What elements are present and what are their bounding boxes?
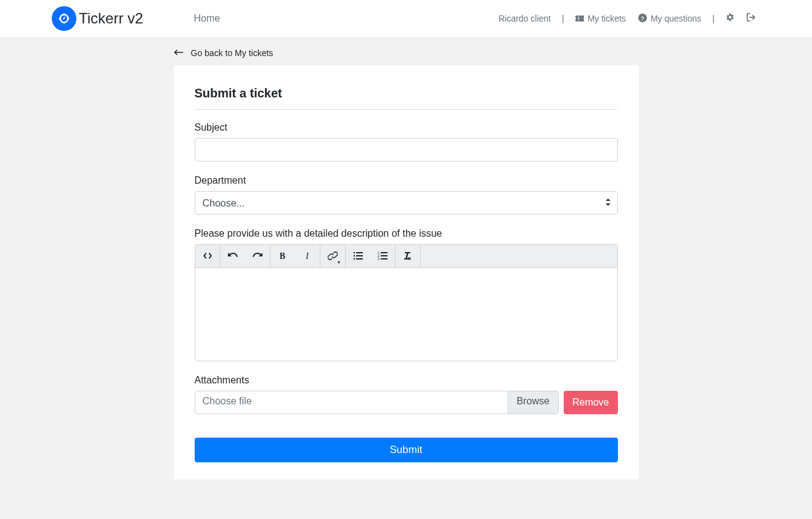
editor-ordered-list-button[interactable]: 123 xyxy=(370,245,395,268)
list-ol-icon: 123 xyxy=(378,251,388,263)
svg-point-1 xyxy=(63,13,65,15)
svg-point-8 xyxy=(353,255,355,256)
svg-rect-11 xyxy=(356,255,363,256)
logout-button[interactable] xyxy=(742,10,760,27)
attachments-group: Attachments Choose file Browse Remove xyxy=(195,375,618,414)
file-placeholder: Choose file xyxy=(195,391,508,414)
code-icon xyxy=(203,251,213,263)
svg-rect-17 xyxy=(381,255,388,256)
file-input[interactable]: Choose file Browse xyxy=(195,391,559,414)
sign-out-icon xyxy=(747,13,755,24)
svg-point-2 xyxy=(63,22,65,24)
editor-undo-button[interactable] xyxy=(221,245,245,268)
undo-icon xyxy=(228,251,238,263)
editor-toolbar: B I ▼ xyxy=(195,245,617,268)
navbar-inner: Tickerr v2 Home Ricardo client | My tick… xyxy=(0,6,812,31)
nav-separator: | xyxy=(558,14,568,23)
editor-italic-button[interactable]: I xyxy=(295,245,320,268)
svg-text:3: 3 xyxy=(378,257,380,261)
remove-format-icon xyxy=(403,251,413,263)
editor-clear-format-button[interactable] xyxy=(396,245,420,268)
nav-separator-2: | xyxy=(708,14,718,23)
italic-icon: I xyxy=(306,251,309,261)
department-select[interactable]: Choose... xyxy=(195,191,618,215)
redo-icon xyxy=(253,251,262,263)
editor-link-button[interactable]: ▼ xyxy=(320,245,345,268)
file-remove-button[interactable]: Remove xyxy=(564,391,618,414)
description-label: Please provide us with a detailed descri… xyxy=(195,228,618,239)
subject-group: Subject xyxy=(195,122,618,161)
brand-link[interactable]: Tickerr v2 xyxy=(52,6,143,31)
nav-home[interactable]: Home xyxy=(186,8,227,29)
card-divider xyxy=(195,109,618,110)
svg-point-3 xyxy=(59,17,60,19)
svg-point-7 xyxy=(353,251,355,253)
attachments-label: Attachments xyxy=(195,375,618,386)
svg-rect-12 xyxy=(356,258,363,260)
file-row: Choose file Browse Remove xyxy=(195,391,618,414)
editor-bold-button[interactable]: B xyxy=(270,245,295,268)
department-select-wrap: Choose... xyxy=(195,191,618,215)
arrow-left-icon xyxy=(174,48,184,58)
card-title: Submit a ticket xyxy=(195,86,618,100)
editor-unordered-list-button[interactable] xyxy=(346,245,370,268)
department-label: Department xyxy=(195,175,618,186)
nav-my-questions[interactable]: ? My questions xyxy=(633,11,706,27)
subject-label: Subject xyxy=(195,122,618,133)
chevron-down-icon: ▼ xyxy=(337,260,341,264)
nav-left: Home xyxy=(186,8,227,29)
ticket-icon xyxy=(575,14,584,23)
gear-icon xyxy=(726,13,734,24)
file-browse-button[interactable]: Browse xyxy=(508,391,558,414)
question-circle-icon: ? xyxy=(638,14,647,24)
nav-my-tickets-label: My tickets xyxy=(588,14,626,23)
svg-rect-10 xyxy=(356,252,363,253)
subject-input[interactable] xyxy=(195,138,618,161)
svg-point-4 xyxy=(68,17,70,19)
nav-user-name: Ricardo client xyxy=(493,11,556,26)
editor-code-view-button[interactable] xyxy=(195,245,220,268)
nav-right: Ricardo client | My tickets ? My questio… xyxy=(493,10,760,27)
rich-text-editor: B I ▼ xyxy=(195,244,618,361)
submit-ticket-card: Submit a ticket Subject Department Choos… xyxy=(174,65,639,480)
svg-rect-16 xyxy=(381,252,388,253)
svg-point-9 xyxy=(353,258,355,260)
back-link-label: Go back to My tickets xyxy=(191,48,274,58)
description-group: Please provide us with a detailed descri… xyxy=(195,228,618,361)
brand-name: Tickerr v2 xyxy=(79,10,143,27)
submit-button[interactable]: Submit xyxy=(195,438,618,462)
svg-text:?: ? xyxy=(641,14,644,21)
editor-redo-button[interactable] xyxy=(245,245,270,268)
list-ul-icon xyxy=(353,251,363,263)
bold-icon: B xyxy=(280,251,285,261)
department-group: Department Choose... xyxy=(195,175,618,215)
description-textarea[interactable] xyxy=(195,268,617,361)
top-navbar: Tickerr v2 Home Ricardo client | My tick… xyxy=(0,0,812,37)
nav-my-tickets[interactable]: My tickets xyxy=(570,11,631,26)
settings-button[interactable] xyxy=(721,10,739,27)
brand-logo-icon xyxy=(52,6,76,31)
nav-my-questions-label: My questions xyxy=(651,14,701,23)
back-to-tickets-link[interactable]: Go back to My tickets xyxy=(174,41,639,65)
link-icon xyxy=(328,251,338,263)
page-container: Go back to My tickets Submit a ticket Su… xyxy=(174,41,639,480)
svg-rect-18 xyxy=(381,258,388,260)
